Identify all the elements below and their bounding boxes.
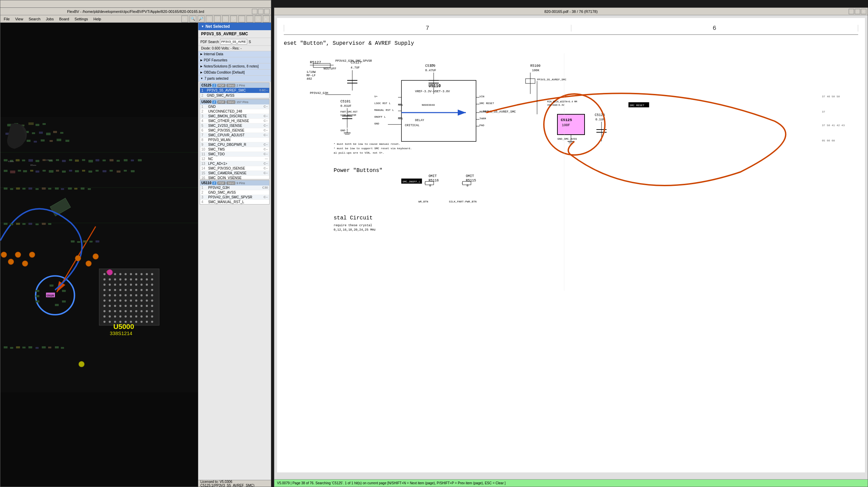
svg-point-86 <box>103 273 105 275</box>
c5125-strict-tag[interactable]: Strict <box>226 84 236 87</box>
net-selected-label: Net Selected <box>205 24 230 29</box>
svg-rect-5 <box>36 124 39 126</box>
obdata-section[interactable]: ▶ OBData Condition [Default] <box>198 70 271 76</box>
rotate-ccw-button[interactable]: ↺ <box>214 16 221 22</box>
zoom-out-button[interactable]: 🔎 <box>198 16 204 22</box>
close-toolbar-button[interactable]: × <box>255 16 261 22</box>
pdf-close-button[interactable]: × <box>861 9 866 14</box>
svg-point-90 <box>124 273 126 275</box>
c5125-ref[interactable]: C5125 <box>201 83 211 87</box>
pdf-favourites-section[interactable]: ▶ PDF Favourites <box>198 57 271 63</box>
u5000-z-tag[interactable]: Z <box>212 100 216 104</box>
svg-rect-55 <box>36 171 39 172</box>
svg-point-218 <box>79 361 84 367</box>
u5000-net-1[interactable]: 1GNDC-- <box>200 104 269 109</box>
u5110-strict-tag[interactable]: Strict <box>226 181 236 185</box>
svg-point-174 <box>146 315 148 317</box>
svg-text:GND: GND <box>374 122 379 125</box>
maximize-button[interactable]: □ <box>258 9 263 14</box>
toolbar-expand-button[interactable]: ≡ <box>181 16 188 22</box>
u5110-net-3[interactable]: 3PP3V42_G3H_SMC_SPVSRC-- <box>200 195 269 200</box>
svg-point-158 <box>114 310 116 312</box>
svg-rect-59 <box>62 171 65 172</box>
rotate-cw-button[interactable]: ↻ <box>222 16 229 22</box>
u5110-pdf-tag[interactable]: PDF <box>217 181 225 185</box>
menu-file[interactable]: File <box>2 16 12 22</box>
c5125-net-row-2[interactable]: 2 GND_SMC_AVSS <box>200 93 269 98</box>
svg-text:SIDE-BOTTOM: SIDE-BOTTOM <box>340 114 356 117</box>
menu-search[interactable]: Search <box>26 16 42 22</box>
u5110-ref[interactable]: U5110 <box>201 181 211 185</box>
svg-text:SILK_PART-PWR_BTN: SILK_PART-PWR_BTN <box>449 200 477 203</box>
u5110-net-1[interactable]: 1PP3V42_G3HC30 <box>200 186 269 190</box>
svg-text:MR1: MR1 <box>398 117 403 120</box>
u5110-component-entry: U5110 Z PDF Strict 9 Pins 1PP3V42_G3HC30 <box>200 180 270 204</box>
minus-button[interactable]: ⊖ <box>206 16 213 22</box>
svg-point-113 <box>140 284 142 286</box>
pdf-search-input[interactable] <box>220 39 247 44</box>
u5000-net-9[interactable]: 9SMC_CPU_DBGPWR_RC-- <box>200 142 269 147</box>
svg-point-93 <box>140 273 142 275</box>
u5000-net-8[interactable]: 8PP3V3_WLAN <box>200 138 269 142</box>
menu-board[interactable]: Board <box>57 16 71 22</box>
menu-view[interactable]: View <box>13 16 25 22</box>
svg-text:R3xxx: R3xxx <box>8 160 14 162</box>
c5125-net-row-1[interactable]: 1 PP3V3_S5_AVREF_SMC 0.6C-- <box>200 88 269 93</box>
svg-rect-53 <box>23 170 27 172</box>
pdf-minimize-button[interactable]: _ <box>849 9 854 14</box>
u5110-net-4[interactable]: 4SMC_MANUAL_RST_L <box>200 200 269 204</box>
svg-rect-75 <box>36 188 38 190</box>
u5000-net-4[interactable]: 4SMC_OTHER_HI_ISENSEC-- <box>200 119 269 123</box>
u5000-pdf-tag[interactable]: PDF <box>217 100 225 104</box>
svg-point-119 <box>119 289 121 291</box>
u5000-net-15[interactable]: 15SMC_CAMERA_ISENSEC-- <box>200 171 269 176</box>
refresh-button[interactable]: ⟳ <box>230 16 237 22</box>
u5110-z-tag[interactable]: Z <box>212 181 216 185</box>
u5000-net-12[interactable]: 12NC--- <box>200 157 269 161</box>
svg-rect-221 <box>83 240 87 242</box>
notes-section[interactable]: ▶ Notes/Solutions [5 sections, 8 notes] <box>198 63 271 70</box>
u5000-net-13[interactable]: 13LPC_AD<1>C-- <box>200 161 269 166</box>
u5000-net-5[interactable]: 5SMC_1V2S3_ISENSEC-- <box>200 123 269 128</box>
u5000-net-7[interactable]: 7SMC_CPUVR_ADJUSTC-- <box>200 133 269 138</box>
window-button[interactable]: □ <box>246 16 253 22</box>
menu-jobs[interactable]: Jobs <box>44 16 56 22</box>
c5125-z-tag[interactable]: Z <box>212 84 216 87</box>
u5000-strict-tag[interactable]: Strict <box>226 100 236 104</box>
svg-text:37: 37 <box>822 110 825 113</box>
internal-data-section[interactable]: ▶ Internal Data <box>198 51 271 57</box>
close-button[interactable]: × <box>264 9 270 14</box>
svg-rect-197 <box>55 304 58 306</box>
u5000-net-11[interactable]: 11SMC_TDOC-- <box>200 152 269 157</box>
svg-point-108 <box>114 284 116 286</box>
svg-point-209 <box>1 252 7 258</box>
u5110-net-2[interactable]: 2GND_SMC_AVSS <box>200 190 269 195</box>
svg-text:0.47UF: 0.47UF <box>425 69 436 72</box>
c5125-pdf-tag[interactable]: PDF <box>217 84 225 87</box>
u5000-net-3[interactable]: 3SMC_BMON_DISCRETEC-- <box>200 114 269 119</box>
svg-text:Power "Buttons": Power "Buttons" <box>334 168 382 174</box>
u5000-net-6[interactable]: 6SMC_P3V3S5_ISENSEC-- <box>200 128 269 133</box>
panel-toggle-button[interactable]: ▸ <box>263 16 270 22</box>
svg-rect-223 <box>96 240 99 242</box>
svg-text:N0903049: N0903049 <box>422 103 435 106</box>
pdf-maximize-button[interactable]: □ <box>855 9 860 14</box>
minimize-button[interactable]: _ <box>252 9 257 14</box>
menu-help[interactable]: Help <box>92 16 103 22</box>
col-7-label: 7 <box>426 25 429 32</box>
zoom-in-button[interactable]: 🔍 <box>190 16 196 22</box>
u5000-net-2[interactable]: 2UNCONNECTED_248 <box>200 109 269 114</box>
u5000-net-10[interactable]: 10SMC_TMSC-- <box>200 147 269 152</box>
u5000-net-14[interactable]: 14SMC_P3V3SO_ISENSEC-- <box>200 166 269 171</box>
u5000-net-16[interactable]: 16SMC_DCIN_VSENSE <box>200 176 269 179</box>
svg-text:0.01UF: 0.01UF <box>340 104 351 108</box>
svg-point-175 <box>151 315 153 317</box>
menu-settings[interactable]: Settings <box>73 16 90 22</box>
fit-button[interactable]: ⊡ <box>238 16 245 22</box>
svg-point-136 <box>103 299 105 301</box>
pcb-canvas[interactable]: U5000 338S1214 41 C5125 <box>0 23 198 487</box>
svg-text:PP3V3_S5_AVREF_SMC: PP3V3_S5_AVREF_SMC <box>537 78 567 81</box>
svg-point-120 <box>124 289 126 291</box>
u5000-ref[interactable]: U5000 <box>201 100 211 104</box>
parts-selected-header[interactable]: ▼ 7 parts selected <box>198 76 271 82</box>
